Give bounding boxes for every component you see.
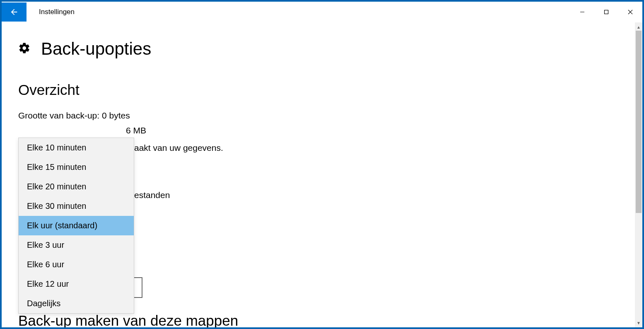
content-area: Back-upopties Overzicht Grootte van back… bbox=[2, 22, 642, 327]
gear-icon bbox=[18, 42, 31, 56]
folders-heading: Back-up maken van deze mappen bbox=[18, 312, 238, 327]
dropdown-item[interactable]: Elke 15 minuten bbox=[19, 157, 134, 177]
dropdown-item[interactable]: Elke 20 minuten bbox=[19, 177, 134, 196]
storage-line-partial: 6 MB bbox=[18, 126, 626, 135]
frequency-dropdown[interactable]: Elke 10 minuten Elke 15 minuten Elke 20 … bbox=[18, 138, 134, 314]
minimize-icon bbox=[580, 10, 585, 15]
dropdown-item[interactable]: Dagelijks bbox=[19, 294, 134, 313]
svg-rect-0 bbox=[580, 12, 584, 12]
svg-rect-1 bbox=[605, 10, 608, 14]
dropdown-item[interactable]: Elke 6 uur bbox=[19, 255, 134, 274]
arrow-left-icon bbox=[10, 7, 19, 17]
back-button[interactable] bbox=[2, 2, 27, 22]
dropdown-item[interactable]: Elke 12 uur bbox=[19, 274, 134, 294]
dropdown-item[interactable]: Elke 3 uur bbox=[19, 235, 134, 255]
page-header: Back-upopties bbox=[18, 39, 626, 59]
page-title: Back-upopties bbox=[41, 39, 151, 59]
dropdown-item[interactable]: Elke 30 minuten bbox=[19, 196, 134, 216]
scroll-down-icon[interactable]: ▼ bbox=[635, 319, 642, 327]
minimize-button[interactable] bbox=[570, 2, 594, 22]
overview-heading: Overzicht bbox=[18, 82, 626, 98]
dropdown-box-edge bbox=[134, 277, 142, 298]
window-controls bbox=[570, 2, 642, 22]
dropdown-item[interactable]: Elke 10 minuten bbox=[19, 138, 134, 157]
maximize-button[interactable] bbox=[594, 2, 618, 22]
scroll-thumb[interactable] bbox=[636, 31, 642, 213]
vertical-scrollbar[interactable]: ▲ ▼ bbox=[635, 22, 642, 327]
titlebar: Instellingen bbox=[2, 2, 642, 22]
scroll-up-icon[interactable]: ▲ bbox=[635, 23, 642, 31]
maximize-icon bbox=[604, 10, 609, 15]
close-button[interactable] bbox=[618, 2, 642, 22]
window-title: Instellingen bbox=[39, 8, 75, 16]
close-icon bbox=[628, 10, 633, 15]
dropdown-item-selected[interactable]: Elk uur (standaard) bbox=[19, 216, 134, 235]
backup-size-text: Grootte van back-up: 0 bytes bbox=[18, 111, 626, 121]
